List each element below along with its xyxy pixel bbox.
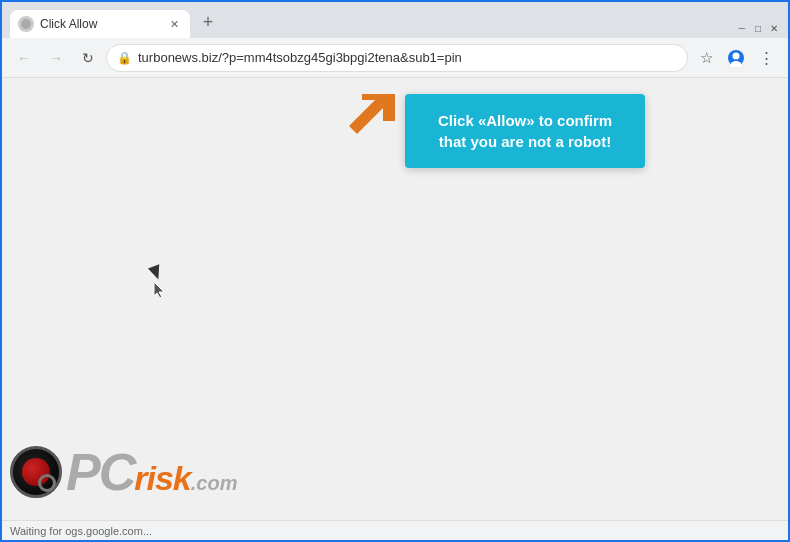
close-button[interactable] bbox=[768, 22, 780, 34]
com-label: .com bbox=[191, 472, 238, 495]
minimize-button[interactable] bbox=[736, 22, 748, 34]
mouse-cursor bbox=[150, 266, 170, 286]
tab-favicon bbox=[18, 16, 34, 32]
svg-marker-4 bbox=[349, 94, 395, 134]
maximize-button[interactable] bbox=[752, 22, 764, 34]
pcrisk-logo-glass bbox=[38, 474, 56, 492]
risk-label: risk bbox=[134, 461, 191, 495]
arrow-container bbox=[335, 86, 405, 156]
url-text: turbonews.biz/?p=mm4tsobzg45gi3bpgi2tena… bbox=[138, 50, 677, 65]
pcrisk-logo bbox=[10, 446, 62, 498]
notification-text: Click «Allow» to confirm that you are no… bbox=[438, 112, 612, 150]
tab-title: Click Allow bbox=[40, 17, 160, 31]
cursor-icon bbox=[150, 280, 170, 300]
browser-toolbar: ← → ↻ 🔒 turbonews.biz/?p=mm4tsobzg45gi3b… bbox=[2, 38, 788, 78]
new-tab-button[interactable]: + bbox=[194, 8, 222, 36]
active-tab[interactable]: Click Allow ✕ bbox=[10, 10, 190, 38]
pcrisk-text: PC risk .com bbox=[66, 446, 237, 498]
pc-label: PC bbox=[66, 446, 134, 498]
page-content: Click «Allow» to confirm that you are no… bbox=[2, 78, 788, 520]
address-bar[interactable]: 🔒 turbonews.biz/?p=mm4tsobzg45gi3bpgi2te… bbox=[106, 44, 688, 72]
tab-strip: Click Allow ✕ + bbox=[10, 8, 728, 38]
pcrisk-watermark: PC risk .com bbox=[10, 446, 237, 498]
back-button[interactable]: ← bbox=[10, 44, 38, 72]
notification-area: Click «Allow» to confirm that you are no… bbox=[335, 94, 645, 168]
menu-button[interactable]: ⋮ bbox=[752, 44, 780, 72]
status-text: Waiting for ogs.google.com... bbox=[10, 525, 152, 537]
forward-button[interactable]: → bbox=[42, 44, 70, 72]
toolbar-actions: ☆ ⋮ bbox=[692, 44, 780, 72]
svg-point-2 bbox=[733, 52, 740, 59]
bookmark-button[interactable]: ☆ bbox=[692, 44, 720, 72]
arrow-icon bbox=[335, 86, 405, 156]
title-bar: Click Allow ✕ + bbox=[2, 2, 788, 38]
pcrisk-logo-inner bbox=[22, 458, 50, 486]
svg-marker-5 bbox=[154, 282, 164, 298]
account-button[interactable] bbox=[722, 44, 750, 72]
tab-close-button[interactable]: ✕ bbox=[166, 16, 182, 32]
lock-icon: 🔒 bbox=[117, 51, 132, 65]
window-controls bbox=[728, 22, 788, 38]
refresh-button[interactable]: ↻ bbox=[74, 44, 102, 72]
chrome-browser-window: Click Allow ✕ + ← → ↻ 🔒 turbonews.biz/?p… bbox=[2, 2, 788, 540]
svg-point-0 bbox=[21, 19, 31, 29]
notification-box: Click «Allow» to confirm that you are no… bbox=[405, 94, 645, 168]
status-bar: Waiting for ogs.google.com... bbox=[2, 520, 788, 540]
